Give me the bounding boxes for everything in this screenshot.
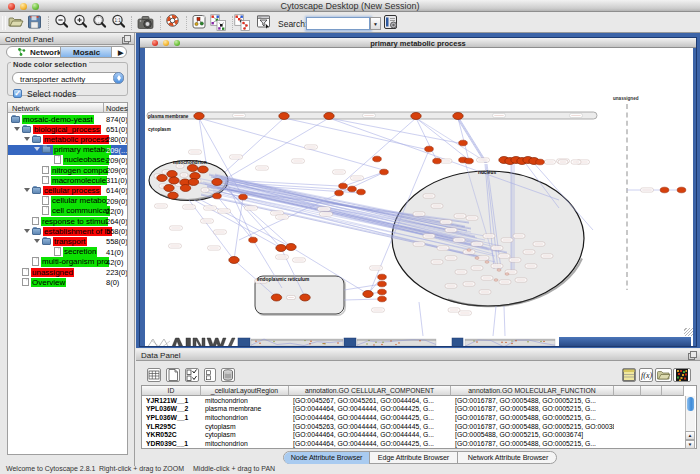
svg-text:plasma membrane: plasma membrane bbox=[148, 113, 189, 118]
svg-text:unassigned: unassigned bbox=[613, 96, 639, 101]
svg-text:endoplasmic reticulum: endoplasmic reticulum bbox=[257, 277, 309, 282]
svg-text:mitochondrion: mitochondrion bbox=[173, 160, 207, 165]
svg-text:cytoplasm: cytoplasm bbox=[148, 127, 171, 132]
svg-text:f(x): f(x) bbox=[641, 371, 652, 380]
svg-text:1:1: 1:1 bbox=[114, 18, 121, 23]
svg-text:nucleus: nucleus bbox=[478, 169, 496, 174]
